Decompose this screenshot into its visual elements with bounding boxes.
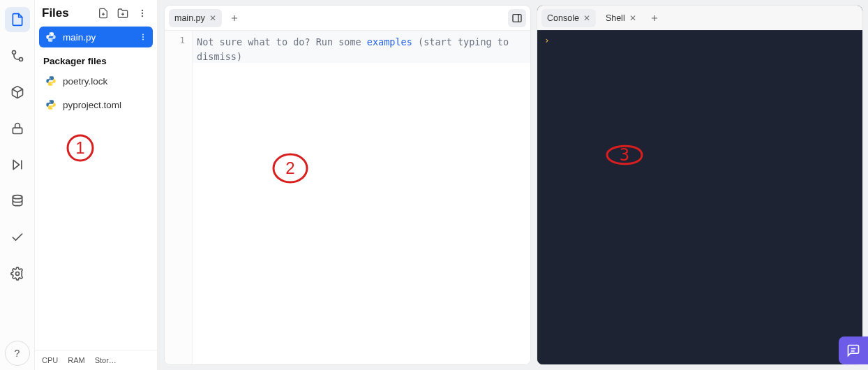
close-icon[interactable]: ✕ (629, 13, 636, 23)
tool-rail: ? (0, 0, 35, 370)
chat-button[interactable] (839, 336, 868, 364)
svg-point-17 (142, 39, 144, 40)
check-icon[interactable] (5, 225, 30, 250)
file-main-py[interactable]: main.py (39, 27, 153, 47)
console-body[interactable]: › 3 (537, 31, 862, 364)
app-root: ? Files main.py Packager files (0, 0, 868, 370)
console-prompt-icon: › (544, 35, 550, 45)
tab-label: Shell (606, 13, 625, 23)
svg-text:1: 1 (75, 138, 84, 157)
tab-console[interactable]: Console ✕ (541, 9, 596, 27)
tab-shell[interactable]: Shell ✕ (600, 9, 642, 27)
annotation-1: 1 (63, 131, 98, 165)
file-label: poetry.lock (63, 76, 147, 87)
line-gutter: 1 (165, 31, 193, 364)
svg-point-7 (15, 272, 19, 276)
file-label: pyproject.toml (63, 100, 147, 110)
svg-rect-3 (13, 128, 22, 133)
sidebar-header: Files (35, 0, 157, 25)
sidebar-title: Files (42, 6, 91, 20)
python-file-icon (45, 75, 57, 87)
file-poetry-lock[interactable]: poetry.lock (39, 71, 153, 91)
git-icon[interactable] (5, 43, 30, 68)
close-icon[interactable]: ✕ (209, 13, 216, 23)
add-tab-button[interactable] (646, 10, 663, 27)
svg-point-14 (142, 15, 143, 17)
svg-point-15 (142, 34, 144, 36)
tab-label: main.py (174, 13, 205, 23)
files-icon[interactable] (5, 7, 30, 32)
python-file-icon (45, 98, 57, 111)
editor-blank[interactable] (193, 63, 530, 364)
tab-main-py[interactable]: main.py ✕ (169, 9, 222, 27)
svg-rect-22 (513, 14, 521, 22)
console-pane: Console ✕ Shell ✕ › 3 (537, 6, 862, 364)
svg-text:3: 3 (620, 145, 629, 165)
lock-icon[interactable] (5, 116, 30, 141)
annotation-3: 3 (600, 135, 649, 175)
svg-marker-4 (13, 160, 19, 169)
file-label: main.py (63, 32, 133, 43)
svg-point-18 (68, 135, 93, 161)
console-tabbar: Console ✕ Shell ✕ (537, 6, 862, 31)
run-icon[interactable] (5, 152, 30, 177)
python-file-icon (45, 31, 57, 43)
new-folder-icon[interactable] (115, 6, 130, 21)
file-sidebar: Files main.py Packager files (35, 0, 158, 370)
settings-icon[interactable] (5, 261, 30, 286)
sidebar-more-icon[interactable] (135, 6, 150, 21)
examples-link[interactable]: examples (367, 36, 412, 47)
database-icon[interactable] (5, 188, 30, 214)
file-pyproject-toml[interactable]: pyproject.toml (39, 94, 153, 115)
file-more-icon[interactable] (139, 33, 147, 41)
line-number: 1 (165, 35, 185, 45)
panes: main.py ✕ 1 Not sure what to do? Run som… (158, 0, 868, 370)
help-button[interactable]: ? (5, 341, 30, 366)
svg-point-16 (142, 36, 144, 38)
editor-body[interactable]: 1 Not sure what to do? Run some examples… (165, 31, 530, 364)
close-icon[interactable]: ✕ (583, 13, 590, 23)
editor-tabbar: main.py ✕ (165, 6, 530, 31)
help-label: ? (15, 348, 20, 359)
new-file-icon[interactable] (96, 6, 111, 21)
cpu-meter[interactable]: CPU (42, 356, 58, 364)
resource-footer: CPU RAM Stor… (35, 350, 157, 370)
tab-label: Console (547, 13, 579, 23)
packager-section-title: Packager files (35, 49, 157, 69)
packages-icon[interactable] (5, 80, 30, 105)
editor-pane: main.py ✕ 1 Not sure what to do? Run som… (165, 6, 530, 364)
svg-point-12 (142, 10, 143, 11)
svg-point-13 (142, 13, 143, 14)
hint-prefix: Not sure what to do? Run some (197, 36, 367, 47)
ram-meter[interactable]: RAM (68, 356, 84, 364)
svg-point-6 (13, 195, 22, 199)
storage-meter[interactable]: Stor… (95, 356, 117, 364)
editor-panel-icon[interactable] (508, 9, 526, 27)
add-tab-button[interactable] (226, 10, 243, 27)
